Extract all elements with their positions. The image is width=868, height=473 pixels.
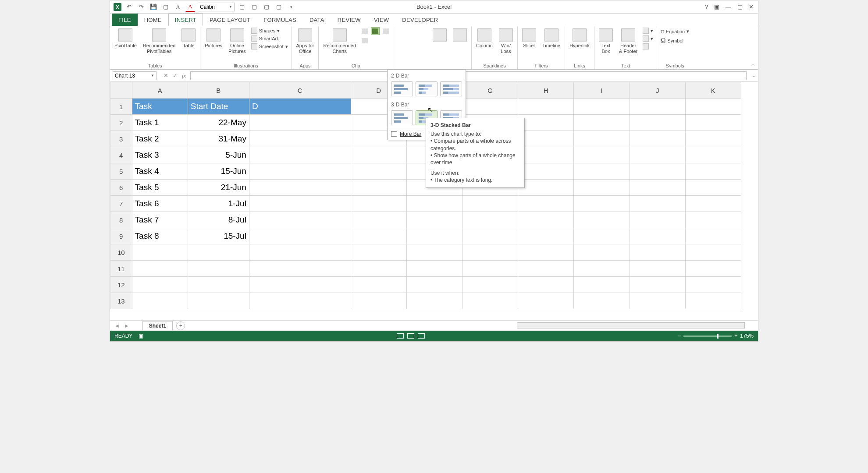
cell[interactable]	[685, 261, 741, 277]
powerview-button[interactable]	[451, 27, 469, 43]
hyperlink-button[interactable]: Hyperlink	[568, 27, 591, 49]
cell[interactable]	[518, 293, 574, 309]
font-name-selector[interactable]: Calibri ▼	[198, 3, 235, 11]
collapse-ribbon-button[interactable]: ︿	[751, 61, 755, 67]
cell[interactable]	[462, 244, 518, 261]
row-header[interactable]: 8	[110, 212, 132, 228]
cell[interactable]	[406, 244, 462, 261]
cell[interactable]	[630, 147, 685, 163]
font-color-icon[interactable]: A	[185, 2, 195, 12]
cell[interactable]	[351, 228, 406, 244]
table-button[interactable]: Table	[180, 27, 197, 49]
cell[interactable]	[249, 293, 351, 309]
tab-page-layout[interactable]: PAGE LAYOUT	[203, 14, 257, 26]
cell[interactable]	[188, 244, 249, 261]
tab-data[interactable]: DATA	[303, 14, 331, 26]
cell[interactable]	[685, 131, 741, 147]
cell[interactable]	[249, 244, 351, 261]
cell[interactable]	[630, 277, 685, 293]
object-button[interactable]	[642, 43, 654, 50]
cell[interactable]	[574, 163, 630, 180]
cell[interactable]	[462, 228, 518, 244]
zoom-slider[interactable]	[683, 335, 732, 337]
cell[interactable]: Task	[132, 99, 188, 115]
cell[interactable]	[462, 293, 518, 309]
cell[interactable]: Task 4	[132, 163, 188, 180]
cell[interactable]	[188, 293, 249, 309]
recommended-pivottables-button[interactable]: Recommended PivotTables	[141, 27, 178, 55]
insert-bar-chart-button[interactable]	[371, 27, 380, 35]
cell[interactable]	[630, 261, 685, 277]
cell[interactable]	[574, 99, 630, 115]
cell[interactable]: 31-May	[188, 131, 249, 147]
cell[interactable]	[249, 163, 351, 180]
textbox-button[interactable]: Text Box	[597, 27, 615, 55]
cell[interactable]	[462, 277, 518, 293]
cell[interactable]	[574, 293, 630, 309]
insert-line-chart-button[interactable]	[360, 37, 369, 45]
macro-record-icon[interactable]: ▣	[139, 333, 143, 339]
cell[interactable]	[518, 163, 574, 180]
normal-view-button[interactable]	[397, 333, 404, 339]
cell[interactable]: 5-Jun	[188, 147, 249, 163]
print-preview-button[interactable]: ▢	[161, 2, 171, 12]
cell[interactable]	[351, 163, 406, 180]
enter-formula-button[interactable]: ✓	[173, 72, 178, 79]
cell[interactable]	[574, 277, 630, 293]
row-header[interactable]: 10	[110, 244, 132, 261]
maximize-button[interactable]: ▢	[737, 4, 743, 10]
cell[interactable]	[685, 277, 741, 293]
close-button[interactable]: ✕	[749, 4, 754, 10]
cell[interactable]	[249, 131, 351, 147]
select-all-corner[interactable]	[110, 82, 132, 99]
cell[interactable]: Task 3	[132, 147, 188, 163]
cancel-formula-button[interactable]: ✕	[164, 72, 168, 79]
signature-line-button[interactable]: ▾	[642, 35, 654, 42]
formula-input[interactable]	[190, 71, 747, 80]
cell[interactable]	[518, 147, 574, 163]
cell[interactable]	[351, 261, 406, 277]
col-header-K[interactable]: K	[685, 82, 741, 99]
sheet-nav-prev[interactable]: ◄	[114, 323, 120, 329]
cell[interactable]	[351, 277, 406, 293]
minimize-button[interactable]: —	[726, 4, 731, 10]
cell[interactable]: Task 6	[132, 196, 188, 212]
cell[interactable]	[630, 212, 685, 228]
cell[interactable]	[518, 277, 574, 293]
clustered-bar-2d-button[interactable]	[391, 81, 413, 96]
col-header-G[interactable]: G	[462, 82, 518, 99]
cell[interactable]	[685, 147, 741, 163]
row-header[interactable]: 3	[110, 131, 132, 147]
column-sparkline-button[interactable]: Column	[474, 27, 494, 49]
col-header-J[interactable]: J	[630, 82, 685, 99]
insert-function-button[interactable]: fx	[182, 72, 186, 79]
cell[interactable]	[685, 163, 741, 180]
font-size-dec-icon[interactable]: A	[173, 2, 183, 12]
cell[interactable]	[462, 99, 518, 115]
cell[interactable]	[518, 180, 574, 196]
cell[interactable]	[518, 228, 574, 244]
cell[interactable]	[630, 115, 685, 131]
cell[interactable]: 8-Jul	[188, 212, 249, 228]
row-header[interactable]: 13	[110, 293, 132, 309]
customize-qa-button[interactable]: ▾	[286, 2, 296, 12]
equation-button[interactable]: π Equation ▾	[660, 27, 690, 35]
col-header-B[interactable]: B	[188, 82, 249, 99]
wordart-button[interactable]: ▾	[642, 27, 654, 34]
smartart-button[interactable]: SmartArt	[250, 35, 289, 42]
cell[interactable]	[249, 115, 351, 131]
cell[interactable]	[685, 228, 741, 244]
cell[interactable]	[351, 147, 406, 163]
cell[interactable]	[406, 277, 462, 293]
slicer-button[interactable]: Slicer	[520, 27, 538, 49]
cell[interactable]	[574, 147, 630, 163]
cell[interactable]	[351, 180, 406, 196]
header-footer-button[interactable]: Header & Footer	[617, 27, 639, 55]
cell[interactable]	[685, 293, 741, 309]
cell[interactable]	[351, 293, 406, 309]
page-break-view-button[interactable]	[418, 333, 425, 339]
row-header[interactable]: 1	[110, 99, 132, 115]
row-header[interactable]: 5	[110, 163, 132, 180]
screenshot-button[interactable]: Screenshot ▾	[250, 43, 289, 50]
insert-column-chart-button[interactable]	[360, 27, 369, 35]
